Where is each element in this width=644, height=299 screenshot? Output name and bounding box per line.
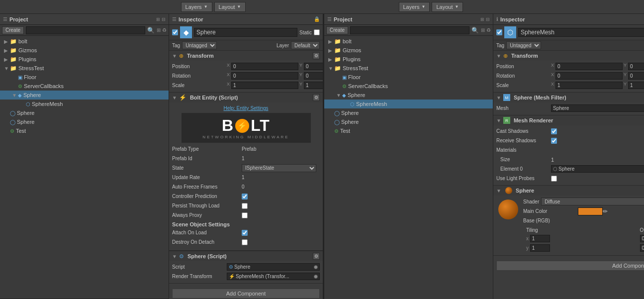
left-obj-enable-checkbox[interactable] [172, 29, 178, 35]
right-light-probes-checkbox[interactable] [551, 176, 557, 182]
left-bolt-header[interactable]: ▼ ⚡ Bolt Entity (Script) ⚙ [169, 93, 323, 102]
left-transform-section: ▼ ⊕ Transform ⚙ Position X Y Z [169, 51, 323, 93]
right-shader-select[interactable]: Diffuse [541, 198, 644, 205]
right-receive-shadows-checkbox[interactable] [551, 138, 557, 144]
right-section: ☰ Project ⊞ ⊟ Create 🔍 ⊞ ♻ ▶ 📁 bolt [324, 14, 644, 299]
right-cast-shadows-checkbox[interactable] [551, 128, 557, 134]
list-item[interactable]: ⬡ SphereMesh [324, 100, 493, 108]
right-mesh-row: Mesh Sphere [496, 104, 644, 112]
left-pos-y[interactable] [304, 63, 323, 70]
left-destroy-checkbox[interactable] [242, 239, 248, 245]
list-item[interactable]: ▣ Floor [324, 73, 493, 82]
left-help-link[interactable]: Help: Entity Settings [172, 105, 320, 111]
left-search-input[interactable] [26, 26, 145, 34]
left-rotation-row: Rotation X Y Z [172, 72, 320, 80]
left-transform-settings-icon[interactable]: ⚙ [313, 52, 320, 59]
right-offset-x[interactable] [640, 235, 644, 242]
left-controller-pred-checkbox[interactable] [242, 194, 248, 199]
right-material-header[interactable]: ▼ Sphere ⚙ [493, 186, 644, 196]
left-sphere-script-header[interactable]: ▼ ⚙ Sphere (Script) ⚙ [169, 251, 323, 261]
left-scale-x[interactable] [231, 82, 298, 89]
right-inspector-panel: ℹ Inspector 🔒 ⬡ Static Tag Un [493, 14, 644, 299]
right-obj-enable-checkbox[interactable] [496, 29, 502, 35]
right-color-swatch[interactable] [578, 207, 603, 215]
right-add-component-btn[interactable]: Add Component [496, 261, 644, 271]
lock-icon[interactable]: 🔒 [314, 16, 320, 22]
right-mesh-renderer-header[interactable]: ▼ R Mesh Renderer ⚙ [493, 115, 644, 125]
left-render-transform-circle-icon[interactable] [314, 275, 318, 279]
list-item[interactable]: ⚙ Test [0, 126, 169, 135]
left-bolt-settings-icon[interactable]: ⚙ [313, 94, 320, 101]
right-project-tree: ▶ 📁 bolt ▶ 📁 Gizmos ▶ 📁 Plugins [324, 36, 493, 299]
list-item[interactable]: ⚙ ServerCallbacks [0, 82, 169, 91]
left-layer-select[interactable]: Default [291, 41, 320, 49]
right-tiling-x[interactable] [530, 235, 550, 242]
list-item[interactable]: ◯ Sphere [324, 117, 493, 126]
left-create-btn[interactable]: Create [2, 26, 24, 34]
right-scale-y[interactable] [628, 82, 644, 89]
left-sphere-script-settings-icon[interactable]: ⚙ [313, 253, 320, 260]
layers-dropdown-left[interactable]: Layers [181, 2, 212, 12]
list-item[interactable]: ▼ 📁 StressTest [324, 64, 493, 73]
left-add-component-btn[interactable]: Add Component [172, 289, 320, 299]
right-obj-name-input[interactable] [518, 28, 644, 37]
left-tag-select[interactable]: Untagged [182, 41, 217, 49]
right-tag-select[interactable]: Untagged [506, 41, 541, 49]
right-position-row: Position X Y Z [496, 62, 644, 71]
right-shader-row: Shader Diffuse Editi... [523, 198, 644, 205]
layout-dropdown-right[interactable]: Layout [432, 2, 463, 12]
list-item[interactable]: ▼ ◆ Sphere [0, 91, 169, 100]
list-item[interactable]: ◯ Sphere [0, 108, 169, 117]
layers-dropdown-right[interactable]: Layers [399, 2, 430, 12]
right-tiling-y[interactable] [530, 244, 550, 252]
right-obj-icon: ⬡ [504, 26, 516, 38]
right-pos-x[interactable] [555, 63, 623, 70]
list-item[interactable]: ⬡ SphereMesh [0, 100, 169, 108]
list-item[interactable]: ▶ 📁 Gizmos [0, 46, 169, 55]
list-item[interactable]: ▶ 📁 Plugins [0, 55, 169, 64]
right-rot-x[interactable] [555, 72, 623, 80]
right-mesh-filter-header[interactable]: ▼ M Sphere (Mesh Filter) ⚙ [493, 93, 644, 102]
left-scale-y[interactable] [304, 82, 323, 89]
layout-dropdown-left[interactable]: Layout [214, 2, 246, 12]
list-item[interactable]: ⚙ ServerCallbacks [324, 82, 493, 91]
left-attach-checkbox[interactable] [242, 230, 248, 236]
right-transform-body: Position X Y Z Rotation X Y [493, 61, 644, 92]
right-transform-header[interactable]: ▼ ⊕ Transform ⚙ [493, 51, 644, 61]
right-rot-y[interactable] [628, 72, 644, 80]
list-item[interactable]: ◯ Sphere [324, 108, 493, 117]
left-obj-name-input[interactable] [194, 28, 297, 37]
left-transform-header[interactable]: ▼ ⊕ Transform ⚙ [169, 51, 323, 61]
left-always-proxy-checkbox[interactable] [242, 212, 248, 218]
list-item[interactable]: ▣ Floor [0, 73, 169, 82]
right-mesh-renderer-body: Cast Shadows Receive Shadows Materials S… [493, 125, 644, 185]
left-rot-x[interactable] [231, 72, 298, 80]
list-item[interactable]: ▼ 📁 StressTest [0, 64, 169, 73]
right-scale-x[interactable] [555, 82, 623, 89]
list-item[interactable]: ▶ 📁 Plugins [324, 55, 493, 64]
list-item[interactable]: ▶ 📁 bolt [324, 37, 493, 46]
left-static-checkbox[interactable] [314, 29, 320, 35]
list-item[interactable]: ▶ 📁 Gizmos [324, 46, 493, 55]
left-prefab-id-row: Prefab Id 1 [172, 154, 320, 163]
pencil-icon[interactable]: ✏ [603, 208, 608, 215]
main-area: ☰ Project ⊞ ⊟ Create 🔍 ⊞ ♻ ▶ 📁 bolt [0, 14, 644, 299]
list-item[interactable]: ⚙ Test [324, 126, 493, 135]
left-bolt-subtitle: NETWORKING MIDDLEWARE [202, 135, 289, 139]
right-pos-y[interactable] [628, 63, 644, 70]
list-item[interactable]: ▼ ◆ Sphere [324, 91, 493, 100]
left-rot-y[interactable] [304, 72, 323, 80]
right-offset-y[interactable] [640, 244, 644, 252]
left-persist-checkbox[interactable] [242, 203, 248, 209]
left-pos-x[interactable] [231, 63, 298, 70]
left-bolt-title: Bolt Entity (Script) [190, 95, 311, 100]
left-controller-pred-label: Controller Prediction [172, 194, 242, 199]
list-item[interactable]: ▶ 📁 bolt [0, 37, 169, 46]
left-script-circle-icon[interactable] [314, 265, 318, 269]
list-item[interactable]: ◯ Sphere [0, 117, 169, 126]
right-scale-label: Scale [496, 83, 551, 88]
left-state-select[interactable]: ISphereState [242, 164, 316, 172]
right-search-input[interactable] [350, 26, 469, 34]
right-material-props: Shader Diffuse Editi... Main Color ✏ [523, 198, 644, 253]
right-create-btn[interactable]: Create [326, 26, 348, 34]
